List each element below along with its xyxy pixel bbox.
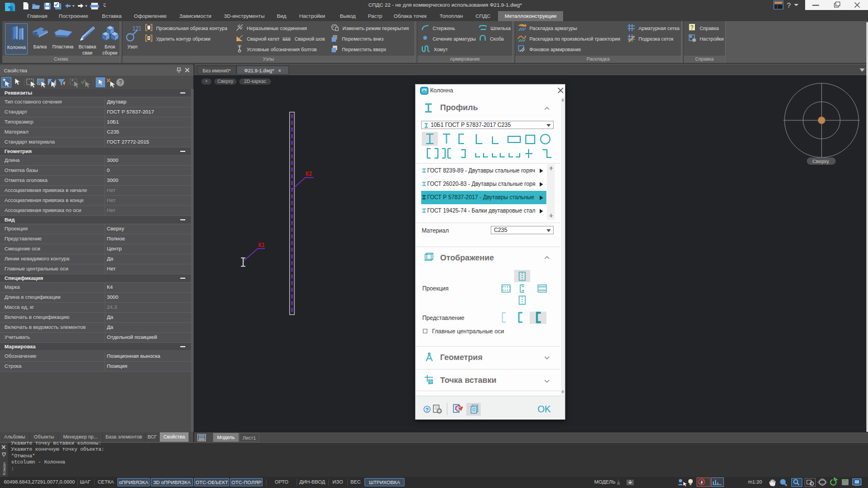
svg-text:Коман: Коман [2,462,7,475]
svg-text:?: ? [691,24,694,30]
svg-text:aͥ: aͥ [617,479,620,486]
svg-text:?: ? [119,79,122,86]
svg-text:?: ? [426,406,429,412]
svg-text:К1: К1 [258,242,265,248]
svg-text:Сверху: Сверху [812,159,830,164]
svg-text:К2: К2 [305,171,312,177]
svg-text:?: ? [787,1,791,9]
